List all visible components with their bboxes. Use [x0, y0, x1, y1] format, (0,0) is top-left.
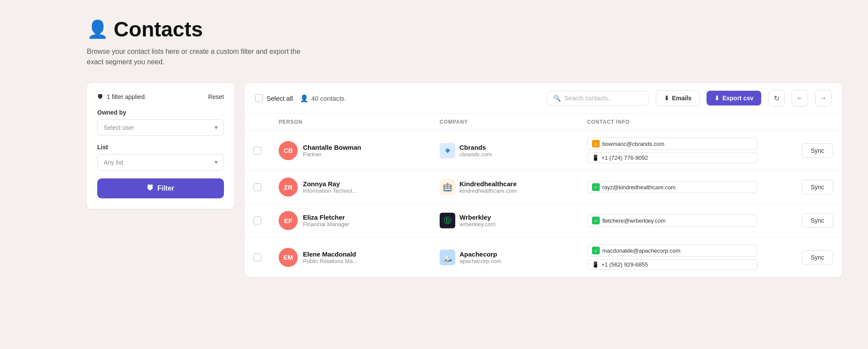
row-checkbox[interactable]	[253, 183, 261, 191]
select-user-dropdown[interactable]: Select user	[97, 119, 224, 136]
person-title: Financial Manager	[303, 221, 349, 227]
page-subtitle: Browse your contact lists here or create…	[87, 46, 312, 67]
page-title: Contacts	[114, 17, 203, 41]
row-checkbox[interactable]	[253, 147, 261, 155]
table-row: CB Chantalle Bowman Partner 🔷 Cbrands cb…	[245, 131, 842, 171]
person-cell: ZR Zonnya Ray Information Technol...	[270, 171, 431, 204]
sync-button[interactable]: Sync	[802, 143, 833, 158]
company-name: Cbrands	[460, 144, 492, 151]
email-address: macdonalde@apachecorp.com	[602, 247, 681, 254]
contacts-count: 👤 40 contacts.	[300, 94, 346, 102]
person-icon: 👤	[300, 94, 309, 102]
main-layout: ⛊ 1 filter applied. Reset Owned by Selec…	[87, 83, 842, 277]
col-company: COMPANY	[431, 114, 579, 131]
row-checkbox[interactable]	[253, 254, 261, 261]
contacts-table: PERSON COMPANY CONTACT INFO CB Chantalle…	[245, 114, 842, 277]
person-title: Information Technol...	[303, 188, 357, 194]
any-list-wrapper[interactable]: Any list ▼	[97, 154, 224, 171]
email-address: rayz@kindredhealthcare.com	[602, 184, 676, 191]
emails-button[interactable]: ⬇ Emails	[656, 90, 700, 106]
contact-info-cell: ✓ rayz@kindredhealthcare.com	[579, 171, 766, 204]
table-row: ZR Zonnya Ray Information Technol... 🏥 K…	[245, 171, 842, 204]
email-verified-icon: ✓	[592, 247, 600, 254]
chevron-right-icon: →	[820, 94, 827, 102]
email-verified-icon: ✓	[592, 183, 600, 191]
sync-button[interactable]: Sync	[802, 213, 833, 228]
select-user-wrapper[interactable]: Select user ▼	[97, 119, 224, 136]
row-checkbox-cell	[245, 171, 270, 204]
list-label: List	[97, 144, 224, 151]
col-action	[766, 114, 842, 131]
company-logo-img: 🔷	[440, 143, 455, 158]
contacts-count-text: 40 contacts.	[311, 95, 346, 102]
export-label: Export csv	[722, 95, 753, 102]
search-box[interactable]: 🔍	[547, 91, 649, 105]
contacts-icon: 👤	[87, 19, 108, 40]
search-icon: 🔍	[553, 95, 561, 102]
owned-by-section: Owned by Select user ▼	[97, 109, 224, 136]
search-input[interactable]	[564, 95, 642, 102]
filter-button[interactable]: ⛊ Filter	[97, 178, 224, 198]
company-domain: cbrands.com	[460, 151, 492, 158]
person-cell: EM Elene Macdonald Public Relations Ma..…	[270, 237, 431, 277]
action-cell: Sync	[766, 237, 842, 277]
table-row: EM Elene Macdonald Public Relations Ma..…	[245, 237, 842, 277]
person-cell: CB Chantalle Bowman Partner	[270, 131, 431, 171]
contact-info-cell: ✓ fletchere@wrberkley.com	[579, 204, 766, 237]
phone-badge: 📱 +1 (724) 776-9092	[587, 152, 758, 163]
contacts-toolbar: Select all 👤 40 contacts. 🔍 ⬇ Emails ⬇	[245, 83, 842, 114]
person-cell: EF Eliza Fletcher Financial Manager	[270, 204, 431, 237]
download-icon: ⬇	[664, 95, 669, 102]
email-badge: ⚠ bowmanc@cbrands.com	[587, 138, 758, 150]
export-icon: ⬇	[714, 95, 720, 102]
select-all-label[interactable]: Select all	[266, 95, 293, 102]
contact-info-cell: ⚠ bowmanc@cbrands.com 📱 +1 (724) 776-909…	[579, 131, 766, 171]
action-cell: Sync	[766, 204, 842, 237]
filter-btn-icon: ⛊	[147, 184, 154, 192]
company-domain: apachecorp.com	[460, 258, 501, 264]
filter-applied: ⛊ 1 filter applied.	[97, 93, 146, 100]
col-person: PERSON	[270, 114, 431, 131]
email-address: fletchere@wrberkley.com	[602, 217, 666, 224]
row-checkbox[interactable]	[253, 217, 261, 224]
select-all-checkbox[interactable]	[255, 94, 263, 102]
company-logo-img: 🏔️	[440, 250, 455, 265]
phone-number: +1 (562) 929-6855	[602, 261, 648, 268]
col-checkbox	[245, 114, 270, 131]
avatar: EM	[279, 248, 298, 267]
avatar: ZR	[279, 178, 298, 197]
contacts-area: Select all 👤 40 contacts. 🔍 ⬇ Emails ⬇	[245, 83, 842, 277]
email-address: bowmanc@cbrands.com	[602, 141, 664, 147]
any-list-dropdown[interactable]: Any list	[97, 154, 224, 171]
refresh-button[interactable]: ↻	[768, 90, 785, 106]
filter-btn-label: Filter	[157, 184, 174, 192]
next-button[interactable]: →	[815, 90, 832, 106]
list-section: List Any list ▼	[97, 144, 224, 171]
prev-button[interactable]: ←	[792, 90, 808, 106]
filter-applied-text: 1 filter applied.	[107, 93, 146, 100]
action-cell: Sync	[766, 171, 842, 204]
col-contact-info: CONTACT INFO	[579, 114, 766, 131]
export-button[interactable]: ⬇ Export csv	[707, 91, 761, 105]
email-badge: ✓ rayz@kindredhealthcare.com	[587, 181, 758, 193]
person-name: Chantalle Bowman	[303, 144, 361, 151]
row-checkbox-cell	[245, 131, 270, 171]
company-cell: 🔷 Cbrands cbrands.com	[431, 131, 579, 171]
company-name: Kindredhealthcare	[460, 180, 517, 188]
email-warning-icon: ⚠	[592, 140, 600, 148]
reset-button[interactable]: Reset	[208, 93, 224, 100]
email-badge: ✓ macdonalde@apachecorp.com	[587, 244, 758, 257]
refresh-icon: ↻	[774, 94, 779, 102]
company-cell: 🏥 Kindredhealthcare kindredhealthcare.co…	[431, 171, 579, 204]
phone-number: +1 (724) 776-9092	[602, 155, 648, 161]
company-domain: wrberkley.com	[460, 221, 496, 227]
filter-panel: ⛊ 1 filter applied. Reset Owned by Selec…	[87, 83, 234, 209]
company-name: Wrberkley	[460, 214, 496, 221]
company-domain: kindredhealthcare.com	[460, 188, 517, 194]
select-all-area: Select all	[255, 94, 293, 102]
sync-button[interactable]: Sync	[802, 180, 833, 194]
company-name: Apachecorp	[460, 250, 501, 258]
sync-button[interactable]: Sync	[802, 250, 833, 265]
person-name: Zonnya Ray	[303, 180, 357, 188]
person-name: Elene Macdonald	[303, 250, 358, 258]
